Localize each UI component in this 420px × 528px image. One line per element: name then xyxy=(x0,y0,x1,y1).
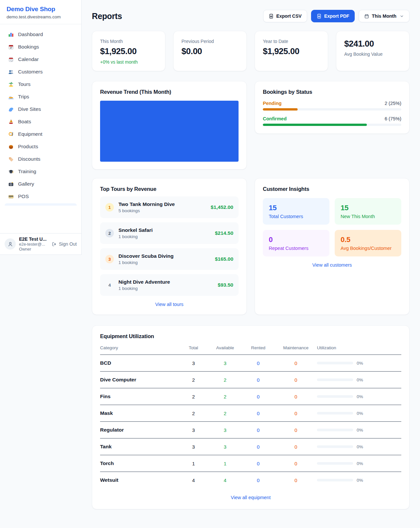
tour-revenue: $165.00 xyxy=(215,256,233,262)
equipment-maintenance: 0 xyxy=(275,438,317,455)
equipment-total: 3 xyxy=(178,438,209,455)
calendar-icon xyxy=(8,57,14,62)
col-available: Available xyxy=(208,342,242,355)
tour-revenue: $93.50 xyxy=(218,282,233,288)
equipment-total: 4 xyxy=(178,472,209,489)
equipment-utilization-title: Equipment Utilization xyxy=(100,333,401,339)
stat-delta: +0% vs last month xyxy=(100,59,157,65)
trips-icon xyxy=(8,94,14,100)
utilization-percent: 0% xyxy=(357,461,363,466)
sidebar-item[interactable]: Trips xyxy=(5,91,77,103)
equipment-rented: 0 xyxy=(242,455,275,472)
status-progress-fill xyxy=(263,108,298,111)
sidebar-item[interactable]: Calendar xyxy=(5,53,77,66)
tour-row: 2 Snorkel Safari 1 booking $214.50 xyxy=(100,222,239,244)
products-icon xyxy=(8,144,14,150)
brand-name[interactable]: Demo Dive Shop xyxy=(7,6,75,13)
sidebar-item-label: Customers xyxy=(18,69,43,75)
stat-card-year-to-date: Year to Date $1,925.00 xyxy=(255,31,328,71)
equipment-row: Dive Computer 2 2 0 0 0% xyxy=(100,372,401,388)
utilization-percent: 0% xyxy=(357,428,363,433)
sidebar-item[interactable]: POS xyxy=(5,190,77,203)
equipment-row: Mask 2 2 0 0 0% xyxy=(100,405,401,422)
equipment-total: 3 xyxy=(178,355,209,372)
utilization-percent: 0% xyxy=(357,444,363,449)
equipment-category: Torch xyxy=(100,455,178,472)
equipment-rented: 0 xyxy=(242,438,275,455)
view-all-equipment-link[interactable]: View all equipment xyxy=(100,495,401,500)
insight-tile: 0 Repeat Customers xyxy=(263,230,329,256)
tour-list: 1 Two Tank Morning Dive 5 bookings $1,45… xyxy=(100,196,239,296)
equipment-maintenance: 0 xyxy=(275,405,317,422)
dashboard-icon xyxy=(8,32,14,37)
sidebar-item[interactable]: Equipment xyxy=(5,128,77,140)
equipment-maintenance: 0 xyxy=(275,422,317,438)
utilization-percent: 0% xyxy=(357,377,363,382)
utilization-percent: 0% xyxy=(357,478,363,483)
status-count: 6 (75%) xyxy=(385,116,401,121)
utilization-track xyxy=(317,445,353,448)
chevron-down-icon xyxy=(400,14,404,18)
insight-value: 0 xyxy=(269,235,324,244)
sidebar-item-label: Gallery xyxy=(18,181,34,187)
equipment-row: Torch 1 1 0 0 0% xyxy=(100,455,401,472)
sidebar-item[interactable]: Training xyxy=(5,165,77,178)
equipment-available: 2 xyxy=(208,372,242,388)
equipment-rented: 0 xyxy=(242,422,275,438)
calendar-icon xyxy=(364,14,369,19)
period-dropdown[interactable]: This Month xyxy=(359,10,410,22)
utilization-track xyxy=(317,462,353,465)
col-category: Category xyxy=(100,342,178,355)
equipment-total: 2 xyxy=(178,372,209,388)
view-all-tours-link[interactable]: View all tours xyxy=(100,302,239,307)
sidebar-item[interactable]: Products xyxy=(5,140,77,153)
tour-bookings: 5 bookings xyxy=(118,208,206,213)
equipment-available: 2 xyxy=(208,388,242,405)
equipment-row: Tank 3 3 0 0 0% xyxy=(100,438,401,455)
sidebar-item[interactable]: Gallery xyxy=(5,178,77,190)
sidebar-item[interactable]: Bookings xyxy=(5,41,77,53)
equipment-maintenance: 0 xyxy=(275,472,317,489)
sidebar-item[interactable]: Dive Sites xyxy=(5,103,77,115)
insight-label: New This Month xyxy=(341,214,395,219)
utilization-track xyxy=(317,395,353,398)
sidebar-item[interactable]: Tours xyxy=(5,78,77,91)
insight-value: 15 xyxy=(269,204,324,212)
utilization-percent: 0% xyxy=(357,411,363,416)
equipment-row: BCD 3 3 0 0 0% xyxy=(100,355,401,372)
equipment-utilization-card: Equipment Utilization Category Total Ava… xyxy=(92,325,410,509)
rank-badge: 3 xyxy=(105,255,114,263)
sidebar-nav: Dashboard Bookings Calendar Customers To… xyxy=(0,24,81,203)
utilization-percent: 0% xyxy=(357,394,363,399)
brand: Demo Dive Shop demo.test.divestreams.com xyxy=(0,0,81,24)
status-label: Pending xyxy=(263,101,282,106)
sidebar-item-reports-partial[interactable] xyxy=(5,203,77,206)
equipment-category: Mask xyxy=(100,405,178,422)
sign-out-button[interactable]: Sign Out xyxy=(52,241,77,247)
stat-cards: This Month $1,925.00 +0% vs last month P… xyxy=(92,31,410,71)
utilization-track xyxy=(317,429,353,431)
equipment-total: 1 xyxy=(178,455,209,472)
insight-tile: 15 New This Month xyxy=(335,198,401,225)
export-csv-button[interactable]: Export CSV xyxy=(263,10,307,22)
utilization-track xyxy=(317,378,353,381)
stat-card-previous-period: Previous Period $0.00 xyxy=(173,31,247,71)
rank-badge: 1 xyxy=(105,203,114,212)
sidebar-item[interactable]: Boats xyxy=(5,115,77,128)
equipment-category: Wetsuit xyxy=(100,472,178,489)
equipment-rented: 0 xyxy=(242,372,275,388)
view-all-customers-link[interactable]: View all customers xyxy=(263,262,401,268)
equipment-category: Dive Computer xyxy=(100,372,178,388)
stat-card-avg-booking-value: $241.00 Avg Booking Value xyxy=(336,31,410,71)
discounts-icon xyxy=(8,156,14,162)
tour-title: Discover Scuba Diving xyxy=(118,253,210,259)
tour-title: Two Tank Morning Dive xyxy=(118,201,206,207)
export-pdf-button[interactable]: Export PDF xyxy=(311,10,355,22)
main-content: Reports Export CSV Export PDF This Month… xyxy=(82,0,420,509)
sidebar-item[interactable]: Discounts xyxy=(5,153,77,165)
sidebar-item[interactable]: Dashboard xyxy=(5,28,77,41)
status-row: Confirmed 6 (75%) xyxy=(263,116,401,126)
status-row: Pending 2 (25%) xyxy=(263,101,401,111)
sidebar-item[interactable]: Customers xyxy=(5,66,77,78)
sidebar-item-label: Calendar xyxy=(18,56,39,62)
